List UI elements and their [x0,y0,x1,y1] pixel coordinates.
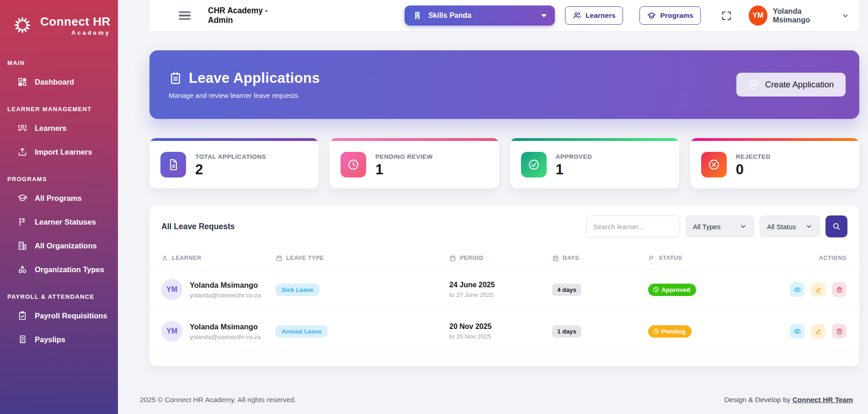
search-button[interactable] [825,215,847,237]
logo-burst-icon [8,11,37,39]
calendar-icon [276,255,282,262]
status-badge: Approved [648,284,696,296]
table-row: YM Yolanda Msimango yolanda@connecthr.co… [149,269,859,310]
table-title: All Leave Requests [161,222,234,231]
type-filter-value: All Types [693,223,721,231]
period-end: to 27 June 2025 [449,291,552,298]
logo[interactable]: Connect HR Academy [0,0,118,48]
clipboard-check-icon [17,311,27,321]
organization-name: Skills Panda [428,11,471,20]
person-icon [161,255,168,262]
delete-button[interactable] [832,324,847,339]
delete-button[interactable] [832,282,847,297]
calendar-check-icon [552,255,559,262]
logo-text: Connect HR Academy [40,15,111,36]
page-title: Leave Applications [189,70,320,86]
table-toolbar: All Leave Requests All Types All Status [149,205,859,247]
learner-name: Yolanda Msimango [190,281,261,290]
sidebar-item-label: Payroll Requisitions [35,312,107,320]
calendar-icon [449,255,456,262]
stat-card-total: TOTAL APPLICATIONS 2 [149,138,319,188]
programs-button[interactable]: Programs [639,6,701,25]
building-icon [17,241,27,251]
check-circle-icon [521,152,547,177]
file-icon [160,152,186,177]
programs-button-label: Programs [660,11,693,20]
user-menu[interactable]: YM Yolanda Msimango [749,5,849,26]
organization-selector[interactable]: Skills Panda [405,5,555,26]
column-header-period: PERIOD [449,255,552,262]
sidebar-item-learners[interactable]: Learners [0,116,118,140]
dashboard-icon [17,77,27,87]
sidebar-item-payroll-requisitions[interactable]: Payroll Requisitions [0,304,118,328]
sidebar-section-payroll: PAYROLL & ATTENDANCE [0,281,118,304]
clock-icon [653,328,659,334]
sidebar-item-label: Learner Statuses [35,218,96,226]
flag-icon [648,255,655,262]
shapes-icon [17,264,27,274]
leave-type-badge: Sick Leave [276,284,320,296]
stat-card-pending: PENDING REVIEW 1 [330,138,499,188]
clock-icon [653,286,659,293]
view-button[interactable] [790,282,804,297]
sidebar-item-learner-statuses[interactable]: Learner Statuses [0,210,118,234]
learners-icon [17,123,27,133]
period-start: 24 June 2025 [449,281,552,289]
stat-card-rejected: REJECTED 0 [690,138,859,188]
avatar: YM [161,279,182,300]
sidebar-item-label: Learners [35,124,67,133]
create-application-button[interactable]: Create Application [736,73,846,97]
stat-label: TOTAL APPLICATIONS [195,153,266,160]
edit-button[interactable] [811,282,825,297]
clipboard-icon [169,71,182,85]
view-button[interactable] [790,324,804,339]
sidebar-item-label: Import Learners [35,148,92,156]
sidebar-item-payslips[interactable]: Payslips [0,328,118,351]
stat-label: REJECTED [736,153,771,160]
edit-button[interactable] [811,324,825,339]
sidebar-item-organization-types[interactable]: Organization Types [0,258,118,281]
fullscreen-icon[interactable] [721,10,732,22]
sidebar-item-import-learners[interactable]: Import Learners [0,140,118,164]
graduation-cap-icon [17,193,27,203]
logo-title: Connect HR [40,15,111,29]
sidebar-item-all-organizations[interactable]: All Organizations [0,234,118,258]
main-area: CHR Academy - Admin Skills Panda [118,0,868,414]
search-icon [832,222,841,231]
sidebar-item-all-programs[interactable]: All Programs [0,186,118,210]
stat-value: 0 [736,162,771,177]
app-title: CHR Academy - Admin [208,6,289,25]
status-filter-select[interactable]: All Status [760,215,820,237]
sidebar-section-programs: PROGRAMS [0,164,118,186]
footer: 2025 © Connect HR Academy. All rights re… [118,387,868,414]
column-header-actions: ACTIONS [790,255,847,261]
sidebar-item-label: Organization Types [35,265,104,274]
sidebar-section-main: MAIN [0,48,118,70]
search-input[interactable] [586,215,680,237]
sidebar-item-label: Dashboard [35,78,74,86]
stat-value: 2 [195,162,266,177]
x-circle-icon [701,152,727,177]
page-banner: Leave Applications Manage and review lea… [149,50,859,119]
logo-subtitle: Academy [40,29,111,36]
stat-value: 1 [556,162,592,177]
column-header-status: STATUS [648,255,790,262]
learner-name: Yolanda Msimango [190,323,261,331]
plus-circle-icon [748,79,759,90]
stat-card-approved: APPROVED 1 [510,138,679,188]
office-building-icon [413,11,422,20]
credit-link[interactable]: Connect HR Team [793,396,853,403]
status-filter-value: All Status [767,223,796,231]
sidebar-item-dashboard[interactable]: Dashboard [0,70,118,94]
type-filter-select[interactable]: All Types [686,215,754,237]
learner-email: yolanda@connecthr.co.za [190,292,261,299]
learners-button[interactable]: Learners [565,6,623,25]
chevron-down-icon [805,223,813,230]
chevron-down-icon [740,223,747,230]
stats-row: TOTAL APPLICATIONS 2 PENDING REVIEW 1 [149,138,859,188]
people-icon [572,11,581,20]
create-application-label: Create Application [765,80,834,90]
menu-toggle-icon[interactable] [176,9,193,22]
period-start: 20 Nov 2025 [449,323,552,331]
column-header-learner: LEARNER [161,255,276,262]
